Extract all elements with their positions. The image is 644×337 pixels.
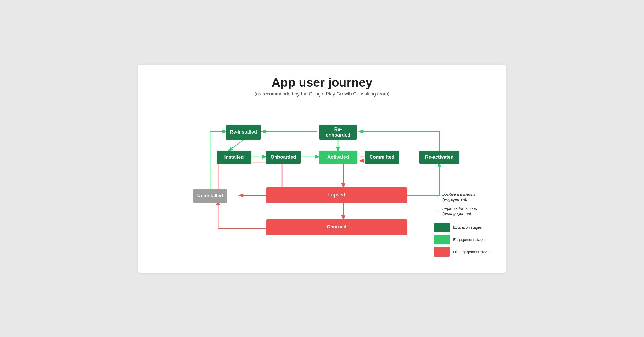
activated-box: Activated: [319, 151, 357, 164]
legend-engagement-row: Engagement stages: [434, 235, 493, 244]
positive-arrow-icon: →: [434, 193, 440, 200]
legend-education-box: [434, 223, 450, 232]
uninstalled-box: Uninstalled: [193, 189, 227, 203]
svg-line-3: [229, 140, 243, 151]
committed-box: Committed: [365, 151, 399, 164]
reinstalled-box: Re-installed: [226, 125, 261, 140]
churned-box: Churned: [266, 219, 407, 235]
legend-negative: → negative transitions(disengagement): [434, 206, 493, 216]
page-subtitle: (as recommended by the Google Play Growt…: [151, 91, 493, 97]
legend-disengagement-row: Disengagement stages: [434, 247, 493, 257]
legend-engagement-box: [434, 235, 450, 244]
onboarded-box: Onboarded: [266, 151, 301, 164]
legend-positive-label: positive transitions(engagement): [442, 192, 475, 202]
page-title: App user journey: [151, 75, 493, 90]
main-card: App user journey (as recommended by the …: [138, 65, 506, 273]
negative-arrow-icon: →: [434, 207, 440, 214]
legend-negative-label: negative transitions(disengagement): [442, 206, 477, 216]
legend-disengagement-label: Disengagement stages: [453, 250, 491, 254]
legend-education-row: Education stages: [434, 223, 493, 232]
legend: → positive transitions(engagement) → neg…: [434, 192, 493, 259]
legend-education-label: Education stages: [453, 225, 482, 230]
installed-box: Installed: [217, 151, 251, 164]
legend-disengagement-box: [434, 247, 450, 257]
legend-engagement-label: Engagement stages: [453, 238, 486, 242]
reactivated-box: Re-activated: [419, 151, 459, 164]
lapsed-box: Lapsed: [266, 187, 407, 203]
diagram: Re-installed Re-onboarded Installed Onbo…: [151, 110, 493, 259]
reonboarded-box: Re-onboarded: [319, 125, 357, 140]
legend-positive: → positive transitions(engagement): [434, 192, 493, 202]
